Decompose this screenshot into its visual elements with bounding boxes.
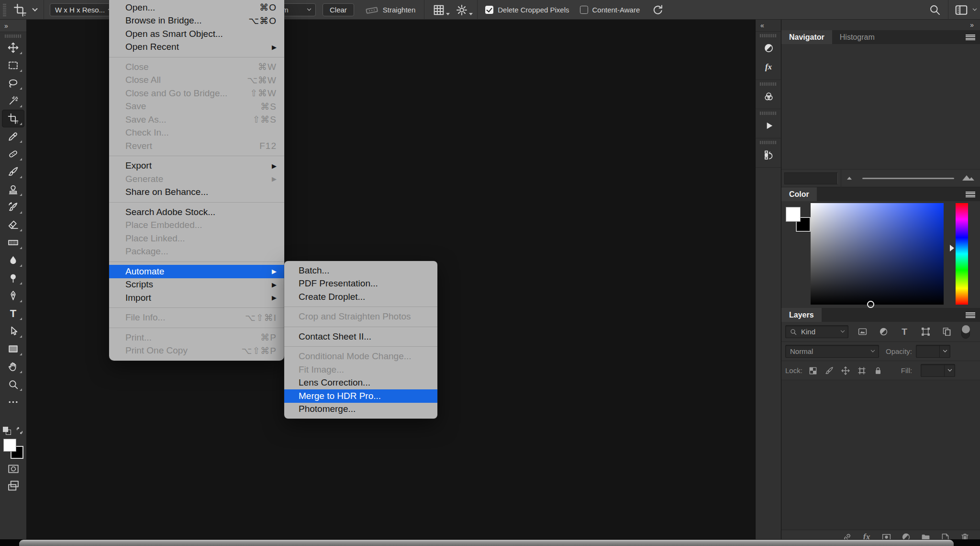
tools-panel-grip[interactable] bbox=[5, 34, 22, 38]
path-select-tool[interactable] bbox=[2, 322, 24, 340]
adjustments-panel-icon[interactable] bbox=[756, 38, 781, 57]
pen-tool[interactable] bbox=[2, 287, 24, 305]
menu-item-pdf-presentation[interactable]: PDF Presentation... bbox=[284, 277, 437, 291]
foreground-background-swatches[interactable] bbox=[3, 439, 23, 459]
fill-field[interactable] bbox=[921, 364, 955, 377]
crop-tool-preset-icon[interactable] bbox=[13, 3, 27, 17]
layer-filter-kind-dropdown[interactable]: Kind bbox=[785, 325, 848, 338]
quick-selection-tool[interactable] bbox=[2, 92, 24, 110]
eyedropper-tool[interactable] bbox=[2, 127, 24, 145]
layers-panel-menu-icon[interactable] bbox=[966, 312, 975, 318]
menu-item-automate[interactable]: Automate▶ bbox=[109, 265, 284, 278]
tool-preset-chevron-icon[interactable] bbox=[32, 6, 37, 11]
blend-mode-dropdown[interactable]: Normal bbox=[785, 345, 879, 358]
zoom-in-icon[interactable] bbox=[961, 173, 975, 183]
lock-position-icon[interactable] bbox=[840, 365, 851, 376]
type-tool[interactable]: T bbox=[2, 305, 24, 322]
layer-filtering-toggle[interactable] bbox=[961, 325, 970, 339]
reset-crop-button[interactable] bbox=[651, 3, 665, 17]
zoom-out-icon[interactable] bbox=[846, 174, 856, 182]
hand-tool[interactable] bbox=[2, 358, 24, 375]
brush-tool[interactable] bbox=[2, 163, 24, 181]
menu-item-search-adobe-stock[interactable]: Search Adobe Stock... bbox=[109, 205, 284, 219]
navigator-panel-menu-icon[interactable] bbox=[966, 34, 975, 40]
crop-settings-gear-button[interactable] bbox=[455, 3, 468, 17]
filter-shape-layers-icon[interactable] bbox=[918, 325, 933, 338]
navigator-zoom-field[interactable] bbox=[784, 172, 838, 184]
tools-panel-collapse-button[interactable]: » bbox=[0, 20, 26, 32]
styles-panel-icon[interactable]: fx bbox=[756, 57, 781, 77]
foreground-color-swatch[interactable] bbox=[786, 207, 801, 222]
filter-pixel-layers-icon[interactable] bbox=[855, 325, 869, 338]
crop-ratio-dropdown[interactable]: W x H x Reso... bbox=[50, 3, 112, 16]
menu-item-lens-correction[interactable]: Lens Correction... bbox=[284, 376, 437, 390]
eraser-tool[interactable] bbox=[2, 216, 24, 234]
menu-item-batch[interactable]: Batch... bbox=[284, 264, 437, 277]
quick-mask-mode-button[interactable] bbox=[6, 463, 21, 475]
tab-histogram[interactable]: Histogram bbox=[832, 30, 882, 44]
workspace-chevron-icon[interactable] bbox=[973, 6, 977, 10]
foreground-color-swatch[interactable] bbox=[3, 439, 16, 452]
menu-item-contact-sheet-ii[interactable]: Contact Sheet II... bbox=[284, 330, 437, 343]
hue-slider-pointer[interactable] bbox=[950, 245, 954, 251]
menu-item-photomerge[interactable]: Photomerge... bbox=[284, 403, 437, 416]
search-icon[interactable] bbox=[928, 3, 941, 16]
edit-toolbar[interactable] bbox=[2, 393, 24, 411]
lock-transparent-pixels-icon[interactable] bbox=[807, 365, 819, 376]
crop-tool[interactable] bbox=[2, 110, 24, 127]
menu-item-open[interactable]: Open...⌘O bbox=[109, 1, 284, 14]
menu-item-scripts[interactable]: Scripts▶ bbox=[109, 278, 284, 292]
menu-item-open-as-smart-object[interactable]: Open as Smart Object... bbox=[109, 27, 284, 41]
lock-image-pixels-icon[interactable] bbox=[824, 365, 835, 376]
menu-item-open-recent[interactable]: Open Recent▶ bbox=[109, 41, 284, 54]
content-aware-checkbox[interactable]: Content-Aware bbox=[580, 6, 640, 14]
default-colors-icon[interactable] bbox=[3, 427, 11, 435]
tab-layers[interactable]: Layers bbox=[781, 308, 822, 322]
blur-tool[interactable] bbox=[2, 251, 24, 269]
tab-color[interactable]: Color bbox=[781, 187, 817, 201]
menu-item-import[interactable]: Import▶ bbox=[109, 291, 284, 305]
filter-adjustment-layers-icon[interactable] bbox=[876, 325, 891, 338]
navigator-zoom-slider[interactable] bbox=[862, 178, 954, 179]
lock-artboard-icon[interactable] bbox=[856, 365, 868, 376]
crop-overlay-options-button[interactable] bbox=[432, 3, 445, 17]
dodge-tool[interactable] bbox=[2, 269, 24, 287]
strip-expand-button[interactable]: « bbox=[756, 20, 781, 31]
menu-item-create-droplet[interactable]: Create Droplet... bbox=[284, 290, 437, 304]
straighten-button[interactable]: Straighten bbox=[383, 6, 415, 14]
filter-smart-objects-icon[interactable] bbox=[939, 325, 954, 338]
swap-colors-icon[interactable] bbox=[15, 426, 24, 435]
lasso-tool[interactable] bbox=[2, 74, 24, 92]
color-panel-icon[interactable] bbox=[756, 87, 781, 106]
panel-dock-collapse-button[interactable]: » bbox=[781, 20, 980, 30]
panel-group-grip[interactable] bbox=[760, 141, 777, 144]
saturation-brightness-picker[interactable] bbox=[811, 203, 944, 305]
menu-item-browse-in-bridge[interactable]: Browse in Bridge...⌥⌘O bbox=[109, 14, 284, 28]
panel-group-grip[interactable] bbox=[760, 34, 777, 37]
hue-ramp[interactable] bbox=[956, 203, 968, 305]
lock-all-icon[interactable] bbox=[872, 365, 884, 376]
opacity-field[interactable] bbox=[916, 345, 950, 358]
zoom-tool[interactable] bbox=[2, 375, 24, 393]
delete-cropped-pixels-checkbox[interactable]: Delete Cropped Pixels bbox=[485, 6, 569, 14]
clone-stamp-tool[interactable] bbox=[2, 181, 24, 198]
color-panel-menu-icon[interactable] bbox=[966, 192, 975, 197]
color-picker-marker[interactable] bbox=[867, 301, 874, 308]
workspace-switcher-icon[interactable] bbox=[954, 3, 969, 17]
menu-item-share-on-behance[interactable]: Share on Behance... bbox=[109, 186, 284, 199]
history-panel-icon[interactable] bbox=[756, 145, 781, 164]
menu-item-export[interactable]: Export▶ bbox=[109, 159, 284, 173]
gradient-tool[interactable] bbox=[2, 234, 24, 251]
panel-group-grip[interactable] bbox=[760, 82, 777, 86]
panel-group-grip[interactable] bbox=[760, 112, 777, 115]
filter-type-layers-icon[interactable]: T bbox=[897, 325, 912, 338]
clear-button[interactable]: Clear bbox=[323, 3, 354, 16]
screen-mode-button[interactable] bbox=[6, 479, 21, 492]
tab-navigator[interactable]: Navigator bbox=[781, 30, 832, 44]
move-tool[interactable] bbox=[2, 39, 24, 57]
spot-healing-tool[interactable] bbox=[2, 145, 24, 163]
menu-item-merge-to-hdr-pro[interactable]: Merge to HDR Pro... bbox=[284, 389, 437, 403]
actions-panel-icon[interactable] bbox=[756, 116, 781, 135]
history-brush-tool[interactable] bbox=[2, 198, 24, 216]
shape-tool[interactable] bbox=[2, 340, 24, 358]
